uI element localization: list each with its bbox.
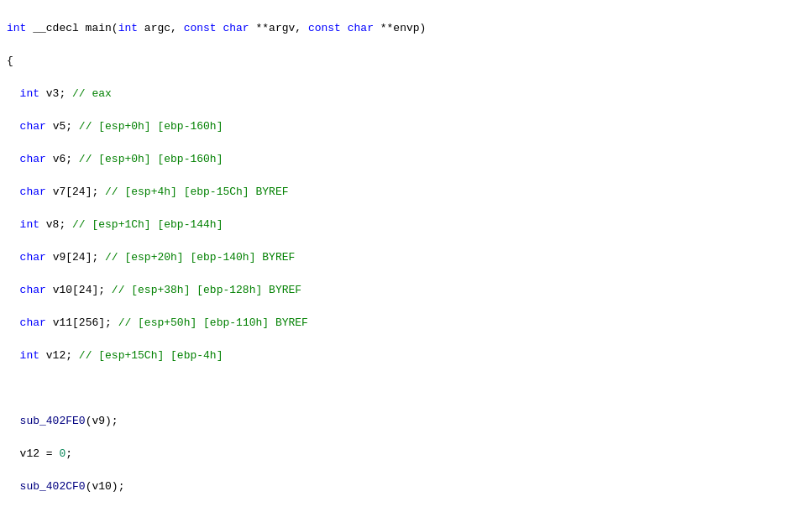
code-view: int __cdecl main(int argc, const char **…	[0, 0, 812, 507]
code-line-blank1	[7, 380, 805, 397]
code-line-v7: char v7[24]; // [esp+4h] [ebp-15Ch] BYRE…	[7, 184, 805, 201]
code-line-v6: char v6; // [esp+0h] [ebp-160h]	[7, 151, 805, 168]
code-line-sub402cf0: sub_402CF0(v10);	[7, 478, 805, 495]
code-line-v11: char v11[256]; // [esp+50h] [ebp-110h] B…	[7, 315, 805, 332]
code-line-v12: int v12; // [esp+15Ch] [ebp-4h]	[7, 348, 805, 364]
code-line-brace-open: {	[7, 53, 805, 70]
code-line-header: int __cdecl main(int argc, const char **…	[7, 20, 805, 37]
code-line-v10: char v10[24]; // [esp+38h] [ebp-128h] BY…	[7, 282, 805, 299]
code-line-v5: char v5; // [esp+0h] [ebp-160h]	[7, 118, 805, 135]
code-line-v8: int v8; // [esp+1Ch] [ebp-144h]	[7, 217, 805, 233]
code-line-v9: char v9[24]; // [esp+20h] [ebp-140h] BYR…	[7, 249, 805, 266]
code-line-v3: int v3; // eax	[7, 86, 805, 102]
code-line-v12-0: v12 = 0;	[7, 446, 805, 463]
code-line-sub402fe0: sub_402FE0(v9);	[7, 413, 805, 430]
